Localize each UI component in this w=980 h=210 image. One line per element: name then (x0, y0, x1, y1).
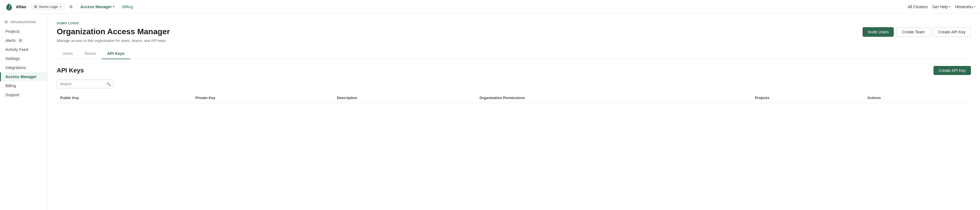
main-content: Sumo Logic Organization Access Manager I… (48, 14, 980, 210)
col-projects: Projects (751, 93, 864, 103)
sidebar-item-integrations[interactable]: Integrations (0, 63, 48, 72)
get-help-label: Get Help (932, 5, 948, 9)
col-org-permissions: Organization Permissions (476, 93, 751, 103)
org-selector[interactable]: ⊞ Sumo Logic ▾ (31, 3, 65, 10)
sidebar-settings-label: Settings (5, 56, 20, 61)
sidebar-item-support[interactable]: Support (0, 90, 48, 99)
sidebar-projects-label: Projects (5, 29, 20, 34)
search-wrapper: 🔍 (57, 79, 113, 88)
all-clusters-link[interactable]: All Clusters (908, 5, 928, 9)
org-grid-icon: ⊞ (34, 5, 37, 9)
nav-link-access-manager[interactable]: Access Manager ▾ (78, 3, 117, 10)
org-breadcrumb: Sumo Logic (57, 22, 971, 25)
tab-api-keys[interactable]: API Keys (102, 48, 130, 59)
col-public-key: Public Key (57, 93, 192, 103)
search-input[interactable] (57, 79, 113, 88)
sidebar-item-projects[interactable]: Projects (0, 27, 48, 36)
nav-billing-label: Billing (122, 5, 133, 9)
alerts-badge: 0 (18, 38, 23, 43)
settings-gear-button[interactable]: ⚙ (67, 3, 75, 11)
col-private-key: Private Key (192, 93, 333, 103)
logo: Atlas (5, 2, 26, 11)
nav-link-billing[interactable]: Billing (119, 3, 135, 10)
sidebar: ⊟ Organization Projects Alerts 0 Activit… (0, 14, 48, 210)
section-header-row: API Keys Create API Key (57, 66, 971, 75)
app-layout: ⊟ Organization Projects Alerts 0 Activit… (0, 14, 980, 210)
top-nav-right: All Clusters Get Help ▾ Himanshu ▾ (908, 5, 975, 9)
sidebar-item-settings[interactable]: Settings (0, 54, 48, 63)
header-actions: Invite Users Create Team Create API Key (862, 27, 971, 37)
user-menu[interactable]: Himanshu ▾ (955, 5, 975, 9)
sidebar-support-label: Support (5, 93, 19, 97)
app-name: Atlas (16, 4, 26, 9)
tab-users[interactable]: Users (57, 48, 79, 59)
gear-icon: ⚙ (69, 5, 73, 9)
create-team-button[interactable]: Create Team (897, 27, 930, 37)
col-actions: Actions (864, 93, 971, 103)
nav-access-manager-label: Access Manager (80, 5, 112, 9)
sidebar-integrations-label: Integrations (5, 65, 26, 70)
col-description: Description (333, 93, 476, 103)
table-header: Public Key Private Key Description Organ… (57, 93, 971, 103)
nav-access-manager-chevron-icon: ▾ (113, 5, 115, 8)
tabs: Users Teams API Keys (57, 48, 971, 59)
sidebar-billing-label: Billing (5, 84, 16, 88)
page-title: Organization Access Manager (57, 27, 170, 36)
sidebar-item-access-manager[interactable]: Access Manager (0, 72, 48, 81)
section-title: API Keys (57, 67, 84, 74)
org-chevron-icon: ▾ (60, 5, 61, 8)
sidebar-item-alerts[interactable]: Alerts 0 (0, 36, 48, 45)
grid-icon: ⊟ (5, 20, 8, 24)
sidebar-section-label: Organization (10, 21, 36, 24)
user-menu-chevron-icon: ▾ (974, 5, 975, 8)
page-subtitle: Manage access to this organization for u… (57, 38, 971, 43)
sidebar-access-manager-label: Access Manager (5, 74, 37, 79)
sidebar-item-activity-feed[interactable]: Activity Feed (0, 45, 48, 54)
api-keys-table: Public Key Private Key Description Organ… (57, 93, 971, 103)
page-header: Organization Access Manager Invite Users… (57, 27, 971, 37)
sidebar-item-billing[interactable]: Billing (0, 81, 48, 90)
username-label: Himanshu (955, 5, 973, 9)
invite-users-button[interactable]: Invite Users (862, 27, 894, 37)
sidebar-section-header: ⊟ Organization (0, 18, 48, 27)
tab-teams[interactable]: Teams (79, 48, 102, 59)
top-nav: Atlas ⊞ Sumo Logic ▾ ⚙ Access Manager ▾ … (0, 0, 980, 14)
get-help-link[interactable]: Get Help ▾ (932, 5, 950, 9)
sidebar-alerts-label: Alerts (5, 38, 16, 43)
create-api-key-section-button[interactable]: Create API Key (934, 66, 971, 75)
get-help-chevron-icon: ▾ (949, 5, 950, 8)
atlas-logo-icon (5, 2, 14, 11)
sidebar-activity-feed-label: Activity Feed (5, 47, 28, 52)
create-api-key-header-button[interactable]: Create API Key (933, 27, 971, 37)
org-name: Sumo Logic (39, 5, 59, 9)
